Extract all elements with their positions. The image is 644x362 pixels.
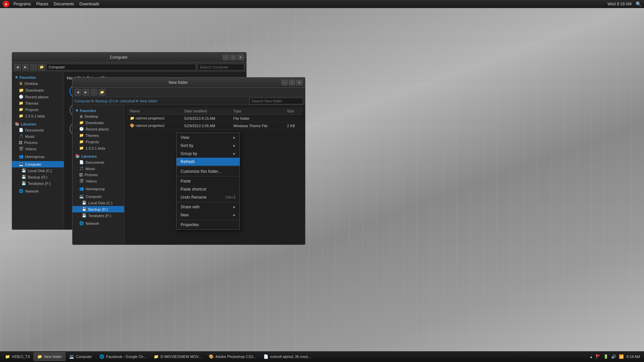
- sidebar-item-local-disk[interactable]: 💾 Local Disk (C:): [12, 167, 64, 174]
- newfolder-back-button[interactable]: ◀: [75, 89, 81, 96]
- table-row[interactable]: 🎨 cairovs progress1 5/29/2013 2:05 AM Wi…: [127, 122, 302, 130]
- context-menu-refresh[interactable]: Refresh: [177, 158, 240, 166]
- menu-customize-label: Customize this folder...: [181, 169, 221, 174]
- computer-back-button[interactable]: ◀: [14, 64, 21, 70]
- taskbar-item-facebook[interactable]: 🌐 Facebook - Google Ch...: [96, 352, 150, 361]
- newfolder-close-button[interactable]: ✕: [296, 80, 302, 85]
- file-list-table: Name Date modified Type Size 📁 cairovs p…: [127, 108, 302, 130]
- sidebar-item-music[interactable]: 🎵 Music: [12, 133, 64, 140]
- sidebar-libraries-header: 📚 Libraries: [12, 120, 64, 127]
- sidebar-item-homegroup[interactable]: 👥 Homegroup: [12, 153, 64, 160]
- nf-homegroup-section: 👥 Homegroup: [72, 186, 124, 192]
- sidebar-item-downloads[interactable]: 📁 Downloads: [12, 87, 64, 94]
- downloads-icon: 📁: [19, 88, 24, 93]
- nf-sidebar-themes[interactable]: 📁 Themes: [72, 132, 124, 139]
- sidebar-item-network[interactable]: 🌐 Network: [12, 188, 64, 194]
- taskbar-item-movies[interactable]: 📁 D:\MOVIES\NEW MOV...: [150, 352, 205, 361]
- music-icon: 🎵: [19, 134, 23, 139]
- nf-sidebar-beta[interactable]: 📁 1.5.5.1 beta: [72, 145, 124, 151]
- sidebar-item-projects[interactable]: 📁 Projects: [12, 106, 64, 113]
- sidebar-item-backup[interactable]: 💾 Backup (D:): [12, 174, 64, 180]
- taskbar-item-photoshop[interactable]: 🎨 Adobe Photoshop CS3...: [205, 352, 260, 361]
- sidebar-item-themes[interactable]: 📁 Themes: [12, 100, 64, 106]
- newfolder-minimize-button[interactable]: ─: [282, 80, 288, 85]
- documents-icon: 📄: [19, 128, 23, 132]
- menu-documents[interactable]: Documents: [54, 2, 74, 6]
- computer-close-button[interactable]: ✕: [238, 55, 244, 60]
- menu-properties-label: Properties: [181, 222, 199, 227]
- col-date[interactable]: Date modified: [182, 108, 231, 115]
- sidebar-item-terabytes[interactable]: 💾 Terabytes (F:): [12, 180, 64, 187]
- nf-sidebar-network[interactable]: 🌐 Network: [72, 220, 124, 226]
- context-menu-paste[interactable]: Paste: [177, 177, 240, 185]
- tray-volume-icon[interactable]: 🔊: [611, 354, 616, 359]
- newfolder-up-button[interactable]: ↑: [91, 89, 97, 96]
- videos-icon: 🎬: [19, 147, 23, 151]
- nf-favorites-icon: ★: [75, 108, 79, 113]
- computer-address-bar[interactable]: [46, 64, 196, 70]
- sidebar-item-pictures[interactable]: 🖼 Pictures: [12, 140, 64, 146]
- sidebar-item-videos[interactable]: 🎬 Videos: [12, 146, 64, 152]
- menu-programs[interactable]: Programs: [13, 2, 31, 6]
- nf-sidebar-documents[interactable]: 📄 Documents: [72, 159, 124, 165]
- context-menu-undo-rename[interactable]: Undo Rename Ctrl+Z: [177, 193, 240, 201]
- top-bar-right: Wed 8:18 AM 🔍: [607, 1, 641, 7]
- recent-icon: 🕐: [19, 95, 23, 99]
- computer-search-input[interactable]: [197, 64, 244, 70]
- taskbar-item-video-ts[interactable]: 📁 VIDEO_TS: [1, 352, 34, 361]
- context-menu-sortby[interactable]: Sort by ▶: [177, 142, 240, 150]
- nf-sidebar-homegroup[interactable]: 👥 Homegroup: [72, 186, 124, 192]
- computer-minimize-button[interactable]: ─: [223, 55, 229, 60]
- breadcrumb-backup[interactable]: Backup (D:): [95, 99, 115, 103]
- breadcrumb-newfolder[interactable]: New folder: [140, 99, 158, 103]
- sidebar-item-beta[interactable]: 📁 1.5.5.1 beta: [12, 113, 64, 119]
- menu-downloads[interactable]: Downloads: [80, 2, 99, 6]
- nf-sidebar-music[interactable]: 🎵 Music: [72, 165, 124, 172]
- context-menu-groupby[interactable]: Group by ▶: [177, 150, 240, 158]
- table-row[interactable]: 📁 cairovs progress1 5/29/2013 8:15 AM Fi…: [127, 115, 302, 122]
- context-menu-customize[interactable]: Customize this folder...: [177, 167, 240, 175]
- context-menu-paste-shortcut[interactable]: Paste shortcut: [177, 185, 240, 193]
- nf-sidebar-pictures[interactable]: 🖼 Pictures: [72, 172, 124, 178]
- context-menu-properties[interactable]: Properties: [177, 221, 240, 229]
- nf-sidebar-terabytes[interactable]: 💾 Terabytes (F:): [72, 212, 124, 219]
- taskbar-item-metro8[interactable]: 📄 metro8 alpha1 36.msst...: [260, 352, 314, 361]
- context-menu-share-with[interactable]: Share with ▶: [177, 203, 240, 211]
- nf-sidebar-desktop[interactable]: 🖥 Desktop: [72, 113, 124, 119]
- newfolder-forward-button[interactable]: ▶: [83, 89, 89, 96]
- taskbar-item-computer[interactable]: 💻 Computer: [65, 352, 96, 361]
- top-search-icon[interactable]: 🔍: [636, 1, 641, 7]
- context-menu-view[interactable]: View ▶: [177, 134, 240, 142]
- nf-sidebar-projects[interactable]: 📁 Projects: [72, 139, 124, 145]
- context-menu-new[interactable]: New ▶: [177, 211, 240, 219]
- app-logo[interactable]: ●: [3, 1, 9, 7]
- menu-places[interactable]: Places: [36, 2, 48, 6]
- breadcrumb-cairoshell[interactable]: cairoshell: [119, 99, 135, 103]
- sidebar-item-desktop[interactable]: 🖥 Desktop: [12, 80, 64, 87]
- nf-recent-icon: 🕐: [79, 127, 84, 131]
- tray-network-icon[interactable]: 📶: [619, 354, 624, 359]
- breadcrumb-computer[interactable]: Computer: [75, 99, 91, 103]
- newfolder-maximize-button[interactable]: □: [289, 80, 295, 85]
- computer-maximize-button[interactable]: □: [230, 55, 236, 60]
- nf-sidebar-backup[interactable]: 💾 Backup (D:): [72, 206, 124, 212]
- nf-computer-section: 💻 Computer 💾 Local Disk (C:) 💾 Backup (D…: [72, 193, 124, 219]
- nf-sidebar-downloads[interactable]: 📁 Downloads: [72, 119, 124, 126]
- tray-expand-icon[interactable]: ▲: [590, 355, 593, 359]
- computer-up-button[interactable]: ↑: [30, 64, 37, 70]
- file-name-1: 📁 cairovs progress1: [127, 115, 182, 122]
- nf-sidebar-recent[interactable]: 🕐 Recent places: [72, 126, 124, 132]
- sidebar-item-computer[interactable]: 💻 Computer: [12, 161, 64, 167]
- sidebar-item-documents[interactable]: 📄 Documents: [12, 127, 64, 133]
- col-name[interactable]: Name: [127, 108, 182, 115]
- nf-sidebar-videos[interactable]: 🎬 Videos: [72, 178, 124, 184]
- col-type[interactable]: Type: [231, 108, 284, 115]
- col-size[interactable]: Size: [284, 108, 302, 115]
- taskbar-item-newfolder[interactable]: 📁 New folder: [34, 352, 65, 361]
- nf-sidebar-computer[interactable]: 💻 Computer: [72, 193, 124, 200]
- sidebar-item-recent[interactable]: 🕐 Recent places: [12, 94, 64, 100]
- computer-forward-button[interactable]: ▶: [22, 64, 29, 70]
- newfolder-win-controls: ─ □ ✕: [282, 80, 302, 85]
- newfolder-search-input[interactable]: [249, 98, 303, 104]
- nf-sidebar-local-disk[interactable]: 💾 Local Disk (C:): [72, 200, 124, 206]
